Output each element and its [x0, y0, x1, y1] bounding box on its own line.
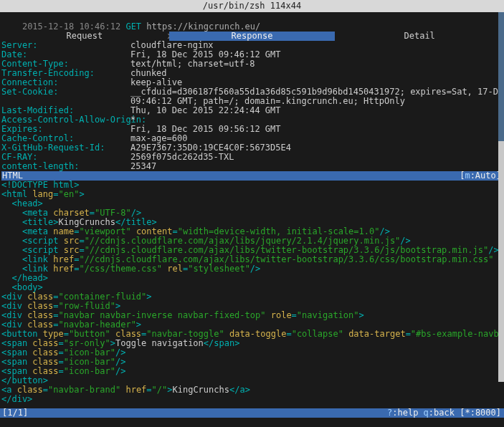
header-value: Fri, 18 Dec 2015 09:46:12 GMT	[130, 49, 281, 59]
header-value: text/html; charset=utf-8	[130, 59, 255, 69]
header-value: 2569f075dc262d35-TXL	[130, 152, 234, 162]
header-value: 25347	[130, 161, 156, 171]
header-value: chunked	[130, 68, 167, 78]
header-row: X-GitHub-Request-Id:A29E7367:35D0:19CE4C…	[1, 143, 503, 153]
body-line: <span class="icon-bar"/>	[1, 367, 503, 376]
header-row: content-length:25347	[1, 162, 503, 171]
timestamp: 2015-12-18 10:46:12	[22, 21, 120, 32]
header-value: Thu, 10 Dec 2015 22:24:44 GMT	[130, 105, 281, 115]
header-value: cloudflare-nginx	[130, 40, 214, 50]
body-line: <link href="/css/theme.css" rel="stylesh…	[1, 264, 503, 274]
header-value: A29E7367:35D0:19CE4C0F:5673D5E4	[130, 143, 291, 153]
body-line: <html lang="en">	[1, 190, 503, 199]
header-value: max-age=600	[130, 133, 187, 143]
status-bar: [1/1] ?:help q:back [*:8000]	[1, 408, 503, 418]
scrollbar-thumb[interactable]	[498, 12, 504, 141]
tab-detail[interactable]: Detail	[336, 32, 503, 41]
back-key: q	[424, 408, 429, 418]
body-line: </div>	[1, 395, 503, 404]
response-headers: Server:cloudflare-nginxDate:Fri, 18 Dec …	[1, 41, 503, 171]
header-value: keep-alive	[130, 77, 182, 87]
body-line: </head>	[1, 274, 503, 283]
window-title: /usr/bin/zsh 114x44	[0, 0, 504, 12]
terminal: 2015-12-18 10:46:12 GET https://kingcrun…	[0, 12, 504, 427]
header-value: *	[130, 115, 135, 125]
header-value: __cfduid=d306187f560a55d1a36d85c591b9d96…	[130, 87, 504, 97]
request-line: 2015-12-18 10:46:12 GET https://kingcrun…	[1, 13, 503, 22]
header-key: Set-Cookie:	[1, 87, 130, 97]
header-value: 09:46:12 GMT; path=/; domain=.kingcrunch…	[130, 96, 405, 106]
response-body[interactable]: <!DOCTYPE html><html lang="en"> <head> <…	[1, 181, 503, 404]
section-mode: [m:Auto]	[460, 171, 503, 181]
listen-port: [*:8000]	[460, 408, 501, 418]
body-line: <a class="navbar-brand" href="/">KingCru…	[1, 385, 503, 395]
url: https://kingcrunch.eu/	[146, 21, 260, 32]
header-row: Transfer-Encoding:chunked	[1, 69, 503, 78]
tab-bar: Request Response Detail	[1, 32, 503, 41]
position-indicator: [1/1]	[1, 408, 387, 418]
http-method: GET	[125, 21, 141, 32]
header-value: Fri, 18 Dec 2015 09:56:12 GMT	[130, 124, 281, 134]
header-row: Expires:Fri, 18 Dec 2015 09:56:12 GMT	[1, 125, 503, 134]
